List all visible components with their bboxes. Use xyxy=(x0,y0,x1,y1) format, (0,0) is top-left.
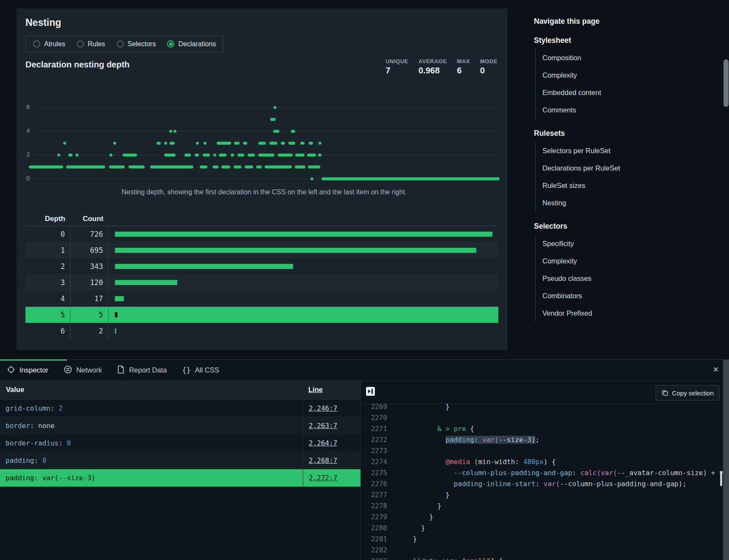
open-sidebar-icon[interactable] xyxy=(366,387,375,396)
sidebar-title: Navigate this page xyxy=(534,17,716,26)
sidebar-item-nesting[interactable]: Nesting xyxy=(542,194,716,212)
table-row-depth-6[interactable]: 62 xyxy=(25,323,498,339)
radio-option-declarations[interactable]: Declarations xyxy=(167,40,216,48)
colon: : xyxy=(59,439,67,447)
line-number: 2279 xyxy=(361,512,387,523)
sidebar-item-comments[interactable]: Comments xyxy=(542,101,716,119)
code-line: 2275 --column-plus-padding-and-gap: calc… xyxy=(361,468,723,479)
chart-ytick-label: 4 xyxy=(26,127,35,134)
table-row-depth-1[interactable]: 1695 xyxy=(25,242,498,258)
tab-label: Inspector xyxy=(20,366,48,374)
chart-dot-run xyxy=(221,165,230,168)
code-line-text: @media (min-width: 480px) { xyxy=(397,456,556,468)
tab-label: All CSS xyxy=(195,366,219,374)
line-link[interactable]: 2,272:7 xyxy=(309,474,337,482)
sidebar-item-specificity[interactable]: Specificity xyxy=(542,235,716,252)
inspector-row[interactable]: padding: 02,268:7 xyxy=(0,452,360,469)
chart-dot-run xyxy=(269,142,277,145)
chart-dot-run xyxy=(184,154,190,157)
stat-mode: MODE0 xyxy=(480,58,497,76)
code-token: "small" xyxy=(462,557,490,560)
code-token: } xyxy=(397,403,450,411)
tab-report-data[interactable]: Report Data xyxy=(117,365,167,375)
table-row-depth-2[interactable]: 2343 xyxy=(25,258,498,274)
chart-dot-run xyxy=(245,165,253,168)
chart-dot-run xyxy=(29,165,63,168)
chart-ytick-label: 2 xyxy=(26,151,35,158)
sidebar-item-selectors-per-ruleset[interactable]: Selectors per RuleSet xyxy=(542,142,716,160)
table-row-depth-5[interactable]: 55 xyxy=(25,307,498,323)
copy-selection-button[interactable]: Copy selection xyxy=(656,385,720,400)
sidebar-section-rulesets: Rulesets xyxy=(534,129,716,138)
chart-dot-run xyxy=(256,165,262,168)
radio-option-atrules[interactable]: Atrules xyxy=(33,40,65,48)
inspector-row[interactable]: padding: var(--size-3)2,272:7 xyxy=(0,469,360,487)
sidebar-item-vendor-prefixed[interactable]: Vendor Prefixed xyxy=(542,305,716,322)
line-link[interactable]: 2,263:7 xyxy=(309,422,337,430)
depth-count-table-body: 07261695234331204175562 xyxy=(25,226,498,339)
sidebar-item-complexity[interactable]: Complexity xyxy=(542,67,716,84)
sidebar-item-combinators[interactable]: Combinators xyxy=(542,287,716,305)
css-property-value: 2 xyxy=(59,404,63,412)
inspector-row[interactable]: grid-column: 22,246:7 xyxy=(0,400,360,417)
chart-dot-run xyxy=(231,154,234,157)
inspector-row[interactable]: border: none2,263:7 xyxy=(0,417,360,434)
line-column-header-sort[interactable]: Line xyxy=(308,386,323,394)
panel-scrollbar-track[interactable] xyxy=(723,360,729,560)
code-token: &[data-size xyxy=(413,557,458,560)
page-scrollbar-thumb[interactable] xyxy=(723,59,729,107)
radio-option-selectors[interactable]: Selectors xyxy=(117,40,156,48)
nesting-card: Nesting AtrulesRulesSelectorsDeclaration… xyxy=(17,8,507,350)
count-bar xyxy=(115,248,476,253)
tab-inspector[interactable]: Inspector xyxy=(7,365,48,375)
code-scrollbar-thumb[interactable] xyxy=(720,471,722,486)
count-cell: 5 xyxy=(70,307,109,323)
sidebar-item-pseudo-classes[interactable]: Pseudo classes xyxy=(542,270,716,287)
tab-all-css[interactable]: {}All CSS xyxy=(182,366,219,375)
code-token xyxy=(397,458,446,466)
code-line: 2271 & > pre { xyxy=(361,423,723,434)
chart-dot-run xyxy=(318,154,322,157)
sidebar-item-composition[interactable]: Composition xyxy=(542,49,716,67)
inspector-table-header: Value Line xyxy=(0,381,360,400)
chart-dot-run xyxy=(173,130,176,133)
code-line: 2272 padding: var(--size-3); xyxy=(361,434,723,445)
inspector-row[interactable]: border-radius: 02,264:7 xyxy=(0,434,360,452)
stat-average: AVERAGE0.968 xyxy=(419,58,447,76)
sidebar-item-complexity[interactable]: Complexity xyxy=(542,252,716,270)
code-line: 2273 xyxy=(361,445,723,456)
radio-label: Selectors xyxy=(128,40,156,48)
line-link[interactable]: 2,264:7 xyxy=(309,439,337,447)
code-token: --column-plus-padding-and-gap xyxy=(560,480,678,488)
code-token: calc( xyxy=(580,469,601,477)
line-number: 2276 xyxy=(361,479,387,490)
table-row-depth-4[interactable]: 417 xyxy=(25,291,498,307)
radio-option-rules[interactable]: Rules xyxy=(77,40,105,48)
table-row-depth-3[interactable]: 3120 xyxy=(25,274,498,291)
code-token: ; xyxy=(536,436,540,444)
chart-dot-run xyxy=(265,165,292,168)
sidebar-item-embedded-content[interactable]: Embedded content xyxy=(542,84,716,101)
sidebar-item-ruleset-sizes[interactable]: RuleSet sizes xyxy=(542,177,716,194)
table-row-depth-0[interactable]: 0726 xyxy=(25,226,498,242)
code-line: 2269 } xyxy=(361,403,723,412)
tab-network[interactable]: Network xyxy=(64,365,102,375)
css-property-value: 0 xyxy=(42,456,47,465)
inspector-panel: InspectorNetworkReport Data{}All CSS ✕ V… xyxy=(0,359,729,560)
depth-cell: 5 xyxy=(25,307,70,323)
braces-icon: {} xyxy=(182,366,190,375)
code-token: ); xyxy=(679,480,687,488)
chart-gridline xyxy=(33,107,500,108)
line-link[interactable]: 2,246:7 xyxy=(309,404,337,412)
line-link[interactable]: 2,268:7 xyxy=(309,456,337,465)
css-property-value: var(--size-3) xyxy=(42,474,95,482)
chart-dot-run xyxy=(288,142,296,145)
radio-label: Declarations xyxy=(178,40,216,48)
chart-dot-run xyxy=(281,142,285,145)
close-panel-button[interactable]: ✕ xyxy=(713,365,719,374)
count-cell: 343 xyxy=(70,258,109,274)
nesting-type-radiogroup: AtrulesRulesSelectorsDeclarations xyxy=(25,36,223,52)
code-editor[interactable]: 2269 }22702271 & > pre {2272 padding: va… xyxy=(361,403,723,560)
sidebar-item-declarations-per-ruleset[interactable]: Declarations per RuleSet xyxy=(542,160,716,177)
code-line-text: padding: var(--size-3); xyxy=(397,434,539,445)
